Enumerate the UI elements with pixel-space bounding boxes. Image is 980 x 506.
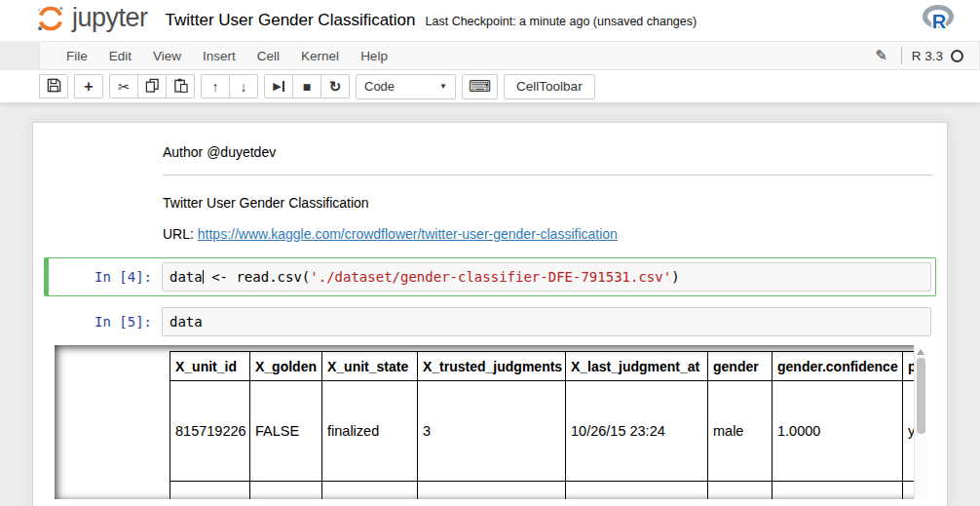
- r-kernel-logo-icon: R R: [922, 4, 955, 37]
- url-label: URL:: [163, 226, 198, 242]
- table-cell: [170, 482, 250, 500]
- cut-cell-button[interactable]: ✂: [109, 74, 138, 98]
- menu-help[interactable]: Help: [350, 49, 398, 63]
- col-header: X_trusted_judgments: [418, 352, 566, 381]
- menu-kernel[interactable]: Kernel: [290, 49, 350, 63]
- table-cell: [708, 482, 773, 500]
- table-cell: finalized: [322, 381, 418, 482]
- notebook-title[interactable]: Twitter User Gender Classification: [166, 11, 416, 30]
- scissors-icon: ✂: [118, 80, 130, 94]
- code-editor-4[interactable]: data <- read.csv('./dataset/gender-class…: [162, 262, 931, 292]
- run-cell-button[interactable]: ▶: [264, 74, 293, 98]
- menubar: File Edit View Insert Cell Kernel Help ✎…: [39, 41, 980, 70]
- run-icon: ▶: [273, 81, 281, 92]
- jupyter-logo[interactable]: jupyter: [36, 4, 148, 37]
- table-row: [170, 482, 927, 500]
- code-call: read.csv(: [236, 269, 310, 285]
- code-cell-5[interactable]: In [5]: data: [44, 302, 936, 341]
- table-cell: 10/26/15 23:24: [566, 381, 708, 482]
- table-cell: 1.0000: [773, 381, 903, 482]
- col-header: gender.confidence: [773, 352, 903, 381]
- cell-type-selected: Code: [364, 79, 395, 94]
- paste-icon: [173, 78, 188, 96]
- col-header: X_last_judgment_at: [566, 352, 708, 381]
- paste-cell-button[interactable]: [166, 74, 195, 98]
- code-close-paren: ): [671, 269, 679, 285]
- kaggle-dataset-link[interactable]: https://www.kaggle.com/crowdflower/twitt…: [198, 226, 618, 242]
- menu-insert[interactable]: Insert: [192, 49, 246, 63]
- kernel-name: R 3.3: [912, 49, 943, 63]
- scrollbar-arrow-up-icon[interactable]: [917, 349, 924, 355]
- col-header: X_unit_state: [322, 352, 418, 381]
- markdown-cell-author[interactable]: Author @duyetdev: [33, 135, 947, 179]
- markdown-divider: [163, 175, 933, 175]
- save-icon: [47, 78, 61, 96]
- table-row: 815719226 FALSE finalized 3 10/26/15 23:…: [170, 381, 927, 482]
- checkpoint-status: Last Checkpoint: a minute ago (unsaved c…: [426, 15, 697, 28]
- arrow-down-icon: ↓: [241, 80, 247, 94]
- markdown-cell-intro[interactable]: Twitter User Gender Classification URL: …: [33, 179, 947, 252]
- table-cell: 815719226: [170, 381, 250, 482]
- table-cell: FALSE: [250, 381, 322, 482]
- output-scrollbar[interactable]: [914, 345, 926, 499]
- menu-file[interactable]: File: [56, 49, 98, 63]
- copy-cell-button[interactable]: [137, 74, 167, 98]
- code-string: './dataset/gender-classifier-DFE-791531.…: [310, 269, 671, 285]
- save-button[interactable]: [39, 74, 68, 98]
- notebook-container: Author @duyetdev Twitter User Gender Cla…: [32, 122, 948, 506]
- input-prompt-5: In [5]:: [53, 307, 162, 336]
- table-cell: [566, 482, 708, 500]
- table-cell: 3: [418, 381, 566, 482]
- code-operator: <-: [204, 269, 237, 285]
- move-cell-up-button[interactable]: ↑: [201, 74, 230, 98]
- table-cell: [250, 482, 322, 500]
- author-text: Author @duyetdev: [163, 144, 933, 160]
- celltoolbar-label: CellToolbar: [516, 79, 583, 94]
- chevron-down-icon: ▼: [439, 82, 447, 91]
- command-palette-button[interactable]: ⌨: [462, 74, 498, 99]
- run-icon-bar: [283, 81, 284, 92]
- cell-type-dropdown[interactable]: Code ▼: [356, 74, 456, 99]
- col-header: X_unit_id: [170, 352, 250, 381]
- toolbar: + ✂ ↑ ↓ ▶ ■ ↻: [0, 70, 980, 103]
- table-cell: male: [708, 381, 773, 482]
- edit-mode-pencil-icon: ✎: [875, 47, 887, 64]
- restart-icon: ↻: [329, 79, 342, 94]
- code-editor-5[interactable]: data: [162, 307, 931, 336]
- celltoolbar-button[interactable]: CellToolbar: [504, 74, 595, 99]
- menu-view[interactable]: View: [142, 49, 192, 63]
- col-header: gender: [708, 352, 773, 381]
- output-scroll-area[interactable]: X_unit_id X_golden X_unit_state X_truste…: [55, 345, 926, 499]
- move-cell-down-button[interactable]: ↓: [229, 74, 258, 98]
- kernel-idle-icon: [951, 50, 963, 62]
- prompt-spacer: [45, 135, 163, 179]
- table-header-row: X_unit_id X_golden X_unit_state X_truste…: [170, 352, 927, 381]
- code-var: data: [170, 269, 203, 285]
- input-prompt-4: In [4]:: [53, 262, 162, 292]
- code-cell-4[interactable]: In [4]: data <- read.csv('./dataset/gend…: [44, 257, 936, 296]
- jupyter-logo-text: jupyter: [72, 3, 148, 33]
- copy-icon: [145, 78, 160, 96]
- col-header: X_golden: [250, 352, 322, 381]
- table-cell: [418, 482, 566, 500]
- restart-kernel-button[interactable]: ↻: [320, 74, 350, 98]
- dataframe-table: X_unit_id X_golden X_unit_state X_truste…: [170, 351, 926, 499]
- table-cell: [322, 482, 418, 500]
- notebook-panel: Author @duyetdev Twitter User Gender Cla…: [0, 103, 980, 506]
- add-cell-button[interactable]: +: [74, 74, 103, 98]
- interrupt-kernel-button[interactable]: ■: [292, 74, 321, 98]
- keyboard-icon: ⌨: [469, 79, 491, 95]
- table-cell: [773, 482, 903, 500]
- plus-icon: +: [84, 79, 93, 95]
- intro-url-line: URL: https://www.kaggle.com/crowdflower/…: [163, 226, 933, 242]
- menu-edit[interactable]: Edit: [98, 49, 142, 63]
- menu-cell[interactable]: Cell: [246, 49, 290, 63]
- menubar-right: ✎ R 3.3: [875, 47, 979, 64]
- intro-title: Twitter User Gender Classification: [163, 195, 933, 211]
- menubar-divider: [901, 47, 902, 64]
- notebook-header: jupyter Twitter User Gender Classificati…: [0, 0, 980, 41]
- output-area: X_unit_id X_golden X_unit_state X_truste…: [55, 345, 926, 499]
- stop-icon: ■: [303, 80, 311, 94]
- code-var: data: [170, 314, 203, 330]
- scrollbar-thumb[interactable]: [917, 358, 925, 434]
